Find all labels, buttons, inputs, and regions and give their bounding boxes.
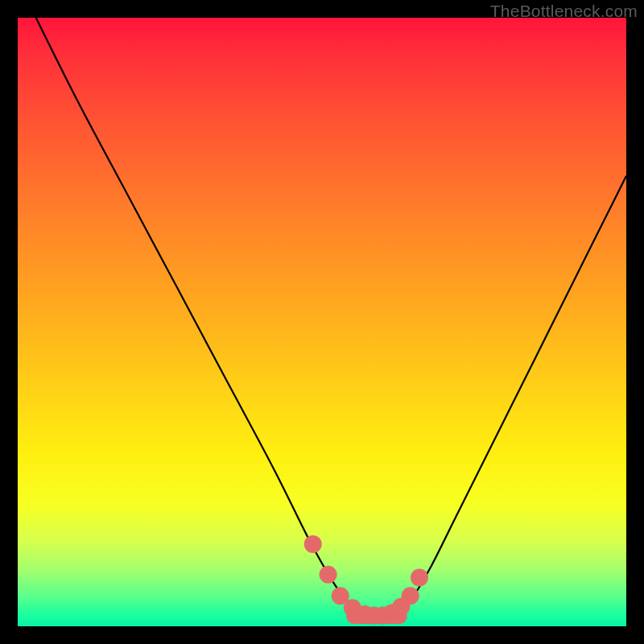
chart-svg	[18, 18, 626, 626]
highlight-dot	[320, 566, 337, 584]
plot-area	[18, 18, 626, 626]
highlight-dot	[402, 587, 419, 605]
highlight-dot	[411, 569, 428, 587]
bottleneck-curve	[36, 18, 626, 618]
highlight-dot	[304, 535, 322, 553]
watermark-text: TheBottleneck.com	[490, 2, 638, 21]
highlight-dots	[304, 535, 428, 625]
